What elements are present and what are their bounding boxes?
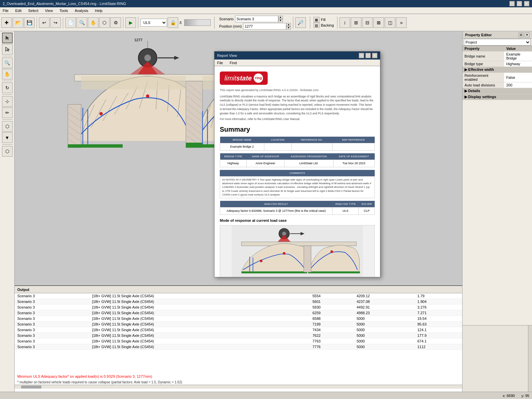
close-button[interactable]: ✕ (524, 1, 529, 6)
property-editor-header: Property Editor ⊡ ✕ (463, 31, 532, 39)
property-section[interactable]: ▶ Details (463, 88, 532, 94)
zoom-tool-btn[interactable]: 🔍 (2, 58, 13, 68)
output-cell-scenario: Scenario 3 (15, 322, 89, 327)
rotate-tool-btn[interactable]: ↻ (2, 82, 13, 93)
dialog-close-btn[interactable]: ✕ (372, 53, 377, 58)
property-section[interactable]: ▶ Display settings (463, 94, 532, 100)
dialog-controls: ─ □ ✕ (359, 53, 377, 58)
property-section[interactable]: ▶ Effective width (463, 67, 532, 73)
title-bar: 2_Overloaded_End_Abutments_Mortar_Loss_C… (0, 0, 532, 7)
output-cell-scenario: Scenario 3 (15, 316, 89, 322)
select-tool-btn[interactable] (2, 33, 13, 43)
menu-tools[interactable]: Tools (58, 9, 69, 13)
maximize-button[interactable]: □ (517, 1, 522, 6)
property-name: Bridge type (463, 61, 504, 67)
property-editor-content: Property Value Bridge name Example Bridg… (463, 46, 532, 325)
output-cell-load: [18t+ GVW] 11.5t Single Axle (CS454) (89, 299, 310, 305)
output-footer: Minimum ULS Adequacy factor* on applied … (15, 373, 462, 380)
scenario-up-btn[interactable]: ▲ (278, 16, 283, 19)
output-cell-load: [18t+ GVW] 11.5t Single Axle (CS454) (89, 293, 310, 299)
view-btn-1[interactable]: ↕ (339, 17, 350, 28)
menu-edit[interactable]: Edit (14, 9, 23, 13)
3d-button[interactable]: ⬡ (99, 17, 110, 28)
position-down-btn[interactable]: ▼ (286, 26, 291, 30)
dialog-minimize-btn[interactable]: ─ (359, 53, 364, 58)
menu-file[interactable]: File (1, 9, 10, 13)
zoom-tool-button[interactable]: 🔎 (295, 17, 306, 28)
analysis-type-cell: ULS (332, 207, 359, 215)
property-editor-dock-btn[interactable]: ⊡ (519, 33, 523, 37)
zoom-in-button[interactable]: 🔍 (76, 17, 87, 28)
draw-tool-btn[interactable]: ✏ (2, 107, 13, 118)
lt-sep-3 (2, 94, 13, 95)
output-hscrollbar[interactable] (15, 385, 462, 389)
output-cell-v3: 124.1 (415, 327, 462, 333)
view-btn-2[interactable]: ⊞ (351, 17, 361, 28)
output-cell-v3: 1.79 (415, 293, 462, 299)
object-btn[interactable]: ⬡ (2, 146, 13, 157)
lock-button[interactable]: 🔒 (168, 17, 178, 28)
open-button[interactable]: 📂 (13, 17, 23, 28)
property-type-select[interactable]: Project Bridge (464, 39, 531, 46)
menu-select[interactable]: Select (27, 9, 40, 13)
output-cell-scenario: Scenario 3 (15, 310, 89, 316)
new-button[interactable]: ✚ (1, 17, 12, 28)
measure-tool-btn[interactable]: ⊹ (2, 96, 13, 107)
pan-button[interactable]: ✋ (88, 17, 98, 28)
scenario-down-btn[interactable]: ▼ (278, 19, 283, 22)
output-scroll[interactable]: Scenario 3 [18t+ GVW] 11.5t Single Axle … (15, 293, 462, 373)
undo-button[interactable]: ↩ (39, 17, 50, 28)
dialog-maximize-btn[interactable]: □ (365, 53, 371, 58)
view-btn-5[interactable]: ◫ (385, 17, 395, 28)
expand-btn[interactable]: » (396, 17, 407, 28)
pan-tool-btn[interactable]: ✋ (2, 69, 13, 79)
dialog-menu-file[interactable]: File (216, 61, 224, 65)
right-scrollbar[interactable] (528, 326, 532, 392)
3d-view-btn[interactable]: ⬡ (2, 121, 13, 132)
view-btn-3[interactable]: ⊟ (362, 17, 373, 28)
dialog-content[interactable]: limit state ring This report was generat… (214, 66, 380, 277)
property-row: ▶ Effective width (463, 67, 532, 73)
scenario-input[interactable] (235, 16, 278, 22)
minimize-button[interactable]: ─ (509, 1, 515, 6)
output-cell-v2: 5000 (354, 316, 415, 322)
property-row: Auto load divisions 200 (463, 82, 532, 88)
mode-response-label: Mode of response at current load case (220, 218, 375, 223)
lt-sep-2 (2, 81, 13, 81)
output-cell-v3: 674.1 (415, 338, 462, 344)
save-button[interactable]: 💾 (24, 17, 35, 28)
output-title: Output (17, 288, 29, 292)
lt-sep-4 (2, 119, 13, 120)
output-cell-v3: 19.54 (415, 316, 462, 322)
property-editor-subheader: Project Bridge (463, 39, 532, 46)
property-name: Reinforcement enabled (463, 73, 504, 82)
report-intro-3: For more information, refer to the Limit… (220, 117, 375, 121)
position-input[interactable] (243, 23, 286, 30)
redo-button[interactable]: ↪ (50, 17, 61, 28)
settings-button[interactable]: ⚙ (110, 17, 121, 28)
report-table-1: BRIDGE NAME LOCATION REFERENCE NO. MAP R… (220, 137, 375, 151)
property-editor-close-btn[interactable]: ✕ (525, 33, 529, 37)
menu-view[interactable]: View (44, 9, 54, 13)
svg-rect-75 (241, 271, 307, 273)
svg-point-73 (331, 250, 333, 253)
property-row: Bridge name Example Bridge (463, 52, 532, 61)
arrow-tool-btn[interactable] (2, 44, 13, 55)
run-button[interactable]: ▶ (125, 17, 136, 28)
report-button[interactable]: 📄 (65, 17, 76, 28)
lt-sep-1 (2, 56, 13, 56)
analysis-type-select[interactable]: ULS PLS (140, 19, 167, 27)
scenario-label: Scenario (219, 17, 233, 21)
menu-help[interactable]: Help (94, 9, 104, 13)
toolbar-separator-8 (337, 17, 337, 29)
side-view-btn[interactable]: ▼ (2, 132, 13, 143)
output-row: Scenario 3 [18t+ GVW] 11.5t Single Axle … (15, 316, 462, 322)
dialog-menu-find[interactable]: Find (228, 61, 238, 65)
output-cell-v3: 1112 (415, 344, 462, 350)
position-up-btn[interactable]: ▲ (286, 23, 291, 26)
view-btn-4[interactable]: ⊠ (373, 17, 384, 28)
canvas-area: 1277 (15, 31, 462, 392)
menu-analysis[interactable]: Analysis (73, 9, 90, 13)
property-editor-title: Property Editor (465, 33, 492, 37)
svg-rect-56 (186, 143, 202, 144)
